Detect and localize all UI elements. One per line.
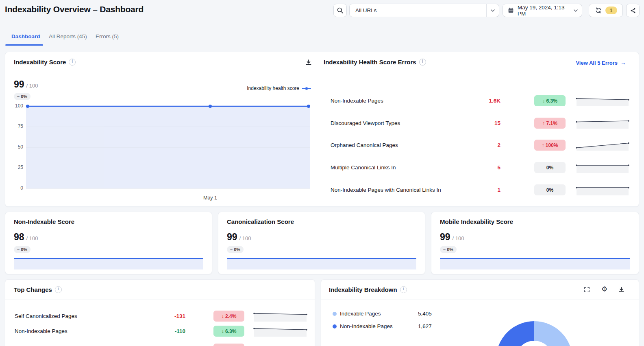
legend-value: 1,627: [418, 323, 432, 329]
trend-sparkline: [576, 184, 629, 195]
change-badge: ↓ 2.4%: [213, 311, 244, 322]
url-filter-value: All URLs: [350, 7, 486, 13]
view-all-errors-label: View All 5 Errors: [576, 60, 618, 66]
legend-label: Non-Indexable Pages: [340, 323, 418, 329]
legend-value: 5,405: [418, 311, 432, 317]
tab-dashboard[interactable]: Dashboard: [11, 33, 40, 39]
score-max: / 100: [26, 235, 38, 241]
url-filter-select[interactable]: All URLs: [349, 4, 499, 17]
app-root: Indexability Overview – Dashboard All UR…: [0, 0, 644, 346]
y-axis-tick: 75: [5, 123, 23, 129]
card-title: Canonicalization Score: [227, 218, 294, 225]
chevron-down-icon: [573, 8, 578, 13]
indexability-breakdown-card: Indexability Breakdown Indexable Pages 5…: [321, 279, 639, 346]
trend-sparkline: [576, 118, 629, 129]
card-title: Non-Indexable Score: [14, 218, 74, 225]
error-value: 15: [469, 120, 500, 126]
gear-icon[interactable]: [601, 286, 607, 292]
score-number: 99: [227, 232, 237, 243]
download-icon[interactable]: [305, 59, 312, 66]
score-delta-badge: – 0%: [227, 246, 244, 253]
page-title: Indexability Overview – Dashboard: [5, 4, 144, 14]
legend-item-non-indexable[interactable]: Non-Indexable Pages 1,627: [333, 323, 432, 329]
breakdown-title: Indexability Breakdown: [329, 286, 397, 293]
non-indexable-score-card: Non-Indexable Score 98 / 100 – 0%: [5, 212, 212, 274]
score-max: / 100: [239, 235, 251, 241]
top-change-row-clipped[interactable]: [15, 344, 312, 346]
trend-sparkline: [576, 162, 629, 173]
mobile-indexability-score-card: Mobile Indexability Score 99 / 100 – 0%: [431, 212, 639, 274]
refresh-button[interactable]: 1: [589, 4, 623, 17]
error-row[interactable]: Multiple Canonical Links In 5 0%: [331, 162, 635, 173]
arrow-right-icon: [620, 59, 626, 66]
trend-sparkline: [253, 326, 307, 337]
y-axis-tick: 50: [5, 144, 23, 150]
change-label: Non-Indexable Pages: [15, 328, 67, 334]
change-value: -110: [154, 328, 185, 334]
error-row[interactable]: Non-Indexable Pages 1.6K ↓ 6.3%: [331, 95, 635, 106]
health-errors-title: Indexability Health Score Errors: [324, 59, 416, 66]
x-axis-tick-mark: [210, 190, 210, 193]
error-label: Non-Indexable Pages: [331, 98, 383, 104]
change-badge: 0%: [534, 162, 566, 173]
error-label: Non-Indexable Pages with Canonical Links…: [331, 187, 441, 193]
expand-icon[interactable]: [584, 287, 590, 293]
download-icon[interactable]: [618, 287, 624, 293]
search-button[interactable]: [333, 4, 347, 17]
score-delta-badge: – 0%: [14, 246, 30, 253]
share-button[interactable]: [626, 4, 640, 17]
info-icon[interactable]: [419, 59, 426, 66]
legend-item-indexable[interactable]: Indexable Pages 5,405: [333, 311, 432, 317]
error-row[interactable]: Orphaned Canonical Pages 2 ↑ 100%: [331, 140, 635, 151]
tab-bar: Dashboard All Reports (45) Errors (5): [0, 31, 644, 45]
error-label: Discouraged Viewport Types: [331, 120, 400, 126]
tab-all-reports[interactable]: All Reports (45): [49, 33, 87, 39]
score-delta-badge: – 0%: [14, 93, 30, 100]
top-change-row[interactable]: Self Canonicalized Pages -131 ↓ 2.4%: [15, 311, 312, 322]
change-value: -131: [154, 313, 185, 319]
x-axis-tick-label: May 1: [198, 195, 222, 201]
y-axis-tick: 25: [5, 164, 23, 170]
indexability-score-title: Indexability Score: [14, 59, 66, 66]
score-value: 99 / 100: [227, 232, 251, 243]
error-value: 1.6K: [469, 98, 500, 104]
mini-chart-fill: [14, 259, 203, 269]
indexability-donut-chart: [496, 321, 572, 346]
calendar-icon: [508, 7, 514, 13]
breakdown-header: Indexability Breakdown: [329, 286, 407, 293]
error-label: Multiple Canonical Links In: [331, 164, 396, 171]
canonicalization-score-card: Canonicalization Score 99 / 100 – 0%: [218, 212, 425, 274]
change-badge: ↓ 6.3%: [534, 95, 566, 106]
trend-sparkline: [576, 140, 629, 151]
error-value: 5: [469, 164, 500, 171]
info-icon[interactable]: [55, 286, 62, 293]
error-value: 2: [469, 142, 500, 148]
indexability-overview-card: Indexability Score Indexability Health S…: [5, 52, 639, 207]
info-icon[interactable]: [400, 286, 407, 293]
change-label: Self Canonicalized Pages: [15, 313, 77, 319]
score-number: 99: [440, 232, 450, 243]
view-all-errors-link[interactable]: View All 5 Errors: [576, 59, 626, 66]
donut-hole: [516, 341, 553, 346]
divider: [5, 73, 639, 73]
info-icon[interactable]: [69, 59, 76, 66]
mini-chart-fill: [440, 259, 630, 269]
change-badge: [213, 344, 244, 346]
change-badge: ↑ 100%: [534, 140, 566, 151]
score-max: / 100: [453, 235, 464, 241]
tab-errors[interactable]: Errors (5): [96, 33, 119, 39]
score-value: 99 / 100: [440, 232, 464, 243]
top-changes-title: Top Changes: [14, 286, 52, 293]
error-row[interactable]: Discouraged Viewport Types 15 ↑ 7.1%: [331, 118, 635, 129]
trend-sparkline: [576, 95, 629, 106]
chart-legend[interactable]: Indexability health score: [247, 85, 311, 91]
legend-dot-icon: [333, 324, 337, 328]
error-label: Orphaned Canonical Pages: [331, 142, 398, 148]
health-errors-header: Indexability Health Score Errors: [324, 59, 426, 66]
card-title: Mobile Indexability Score: [440, 218, 513, 225]
error-row[interactable]: Non-Indexable Pages with Canonical Links…: [331, 184, 635, 195]
score-max: / 100: [26, 83, 38, 89]
top-change-row[interactable]: Non-Indexable Pages -110 ↓ 6.3%: [15, 326, 312, 337]
date-picker[interactable]: May 19, 2024, 1:13 PM: [503, 4, 582, 17]
top-changes-card: Top Changes Self Canonicalized Pages -13…: [5, 279, 315, 346]
